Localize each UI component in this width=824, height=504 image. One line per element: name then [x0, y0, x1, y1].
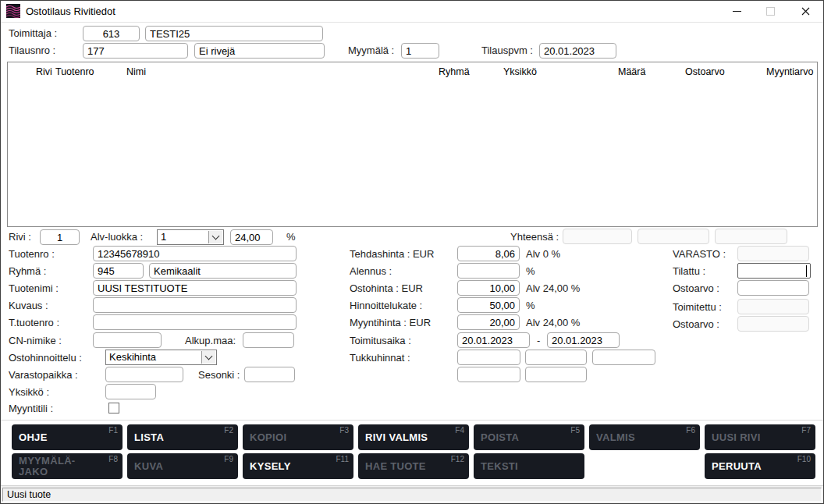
myymala-label: Myymälä : [348, 43, 394, 59]
button-myymala-jako[interactable]: MYYMÄLÄ-JAKOF8 [12, 453, 123, 479]
ostoarvo2-label: Ostoarvo : [673, 317, 719, 332]
ostohinnoittelu-select[interactable]: Keskihinta [105, 350, 217, 365]
tukkuhinta-field-1[interactable] [457, 350, 520, 365]
toimitusaika-start-field[interactable] [457, 332, 530, 348]
button-panel-spacer [589, 453, 700, 479]
maximize-button[interactable] [757, 1, 783, 21]
tilattu-label: Tilattu : [673, 264, 705, 279]
tuotenro-label: Tuotenro : [9, 247, 55, 262]
toimitusaika-end-field[interactable] [547, 332, 620, 348]
t-tuotenro-label: T.tuotenro : [9, 315, 59, 331]
app-logo-wave-icon [6, 4, 20, 18]
close-button[interactable] [792, 1, 819, 21]
ostohinta-field[interactable] [457, 280, 520, 296]
varasto-field [737, 246, 809, 261]
ostoarvo-field[interactable] [737, 280, 809, 296]
column-header-rivi: Rivi [36, 66, 52, 77]
toimittaja-name-field[interactable] [145, 26, 323, 41]
tilausnro-field[interactable] [83, 43, 188, 59]
button-valmis[interactable]: VALMISF6 [589, 424, 700, 450]
rivi-field[interactable] [40, 229, 80, 245]
alennus-field[interactable] [457, 263, 520, 279]
tehdashinta-field[interactable] [457, 246, 520, 261]
button-panel-divider [1, 420, 823, 421]
button-kopioi[interactable]: KOPIOIF3 [243, 424, 353, 450]
chevron-down-icon [201, 351, 215, 364]
tilauspvm-field[interactable] [539, 43, 616, 59]
button-peruuta[interactable]: PERUUTAF10 [705, 453, 815, 479]
tehdashinta-alv-suffix: Alv 0 % [526, 247, 560, 262]
status-message: Uusi tuote [2, 488, 822, 502]
tukkuhinnat-label: Tukkuhinnat : [350, 350, 410, 366]
myymala-field[interactable] [401, 43, 439, 59]
tukkuhinta-field-2[interactable] [525, 350, 587, 365]
column-header-maara: Määrä [618, 66, 645, 77]
ryhma-code-field[interactable] [93, 263, 144, 279]
tilattu-field[interactable] [737, 263, 811, 279]
tuotenimi-field[interactable] [93, 280, 297, 296]
alkupmaa-field[interactable] [243, 332, 294, 348]
toimitettu-label: Toimitettu : [673, 300, 722, 315]
t-tuotenro-field[interactable] [93, 314, 297, 330]
alennus-label: Alennus : [350, 264, 392, 279]
ryhma-name-field[interactable] [149, 263, 297, 279]
tukkuhinta-field-3[interactable] [592, 350, 655, 365]
button-rivi-valmis[interactable]: RIVI VALMISF4 [358, 424, 469, 450]
ostohinnoittelu-label: Ostohinnoittelu : [9, 350, 82, 366]
alv-luokka-value: 1 [161, 230, 208, 244]
hinnoittelukate-field[interactable] [457, 297, 520, 313]
kuvaus-field[interactable] [93, 297, 297, 313]
column-header-myyntiarvo: Myyntiarvo [766, 66, 813, 77]
varastopaikka-field[interactable] [105, 367, 183, 382]
alkupmaa-label: Alkup.maa: [185, 333, 236, 349]
button-uusi-rivi[interactable]: UUSI RIVIF7 [705, 424, 815, 450]
ostoarvo2-field [737, 316, 809, 332]
column-header-nimi: Nimi [126, 66, 146, 77]
tuotenro-field[interactable] [93, 246, 297, 261]
title-bar: Ostotilaus Rivitiedot [1, 1, 823, 23]
chevron-down-icon [208, 231, 222, 243]
myyntitili-checkbox[interactable] [108, 403, 119, 413]
button-kysely[interactable]: KYSELYF11 [243, 453, 353, 479]
yksikko-label: Yksikkö : [9, 385, 49, 400]
toimittaja-code-field[interactable] [83, 26, 140, 41]
column-header-ryhma: Ryhmä [439, 66, 470, 77]
close-icon [801, 7, 810, 16]
button-teksti[interactable]: TEKSTI [474, 453, 584, 479]
button-poista[interactable]: POISTAF5 [474, 424, 584, 450]
ostoarvo-label: Ostoarvo : [673, 281, 719, 296]
tukkuhinta-field-4[interactable] [457, 367, 520, 382]
tilauspvm-label: Tilauspvm : [481, 43, 533, 59]
myyntihinta-alv-suffix: Alv 24,00 % [526, 315, 580, 331]
alennus-pct-suffix: % [526, 264, 535, 279]
ryhma-label: Ryhmä : [9, 264, 46, 279]
tehdashinta-label: Tehdashinta : EUR [350, 247, 434, 262]
alv-pct-suffix: % [286, 229, 296, 245]
cn-nimike-field[interactable] [93, 332, 162, 348]
button-ohje[interactable]: OHJEF1 [12, 424, 123, 450]
button-lista[interactable]: LISTAF2 [127, 424, 238, 450]
rivit-info-field[interactable] [194, 43, 325, 59]
varastopaikka-label: Varastopaikka : [9, 367, 78, 383]
order-rows-table[interactable]: Rivi Tuotenro Nimi Ryhmä Yksikkö Määrä O… [7, 62, 818, 227]
varasto-label: VARASTO : [673, 247, 726, 262]
sesonki-field[interactable] [244, 367, 295, 382]
button-hae-tuote[interactable]: HAE TUOTEF12 [358, 453, 469, 479]
myyntihinta-field[interactable] [457, 314, 520, 330]
alv-luokka-select[interactable]: 1 [157, 229, 224, 245]
button-kuva[interactable]: KUVAF9 [127, 453, 238, 479]
kuvaus-label: Kuvaus : [9, 298, 48, 314]
alv-pct-field[interactable] [230, 229, 273, 245]
yhteensa-field-1 [563, 229, 632, 244]
function-button-panel: OHJEF1 LISTAF2 KOPIOIF3 RIVI VALMISF4 PO… [12, 424, 815, 479]
tukkuhinta-field-5[interactable] [525, 367, 587, 382]
toimitusaika-label: Toimitusaika : [350, 333, 411, 349]
yhteensa-label: Yhteensä : [510, 229, 559, 245]
ostohinta-alv-suffix: Alv 24,00 % [526, 281, 580, 296]
window-title: Ostotilaus Rivitiedot [26, 1, 115, 22]
kate-pct-suffix: % [526, 298, 535, 314]
minimize-button[interactable] [723, 1, 750, 21]
maximize-icon [766, 7, 775, 16]
myyntitili-label: Myyntitili : [9, 401, 53, 417]
yksikko-field[interactable] [105, 384, 156, 399]
